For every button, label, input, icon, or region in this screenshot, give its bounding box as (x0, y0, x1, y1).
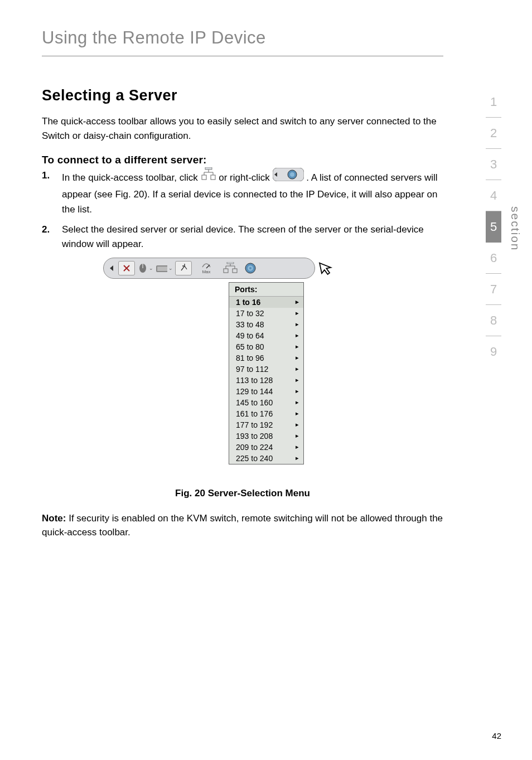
section-label: section (509, 206, 522, 251)
svg-line-18 (206, 265, 210, 268)
ports-range-label: 97 to 112 (236, 365, 268, 374)
ports-menu-item[interactable]: 161 to 176▸ (229, 408, 303, 419)
section-nav: 123456789 (484, 86, 503, 367)
ports-range-label: 65 to 80 (236, 342, 264, 351)
step-1-mid: or right-click (219, 172, 272, 183)
ports-menu-item[interactable]: 1 to 16▸ (229, 297, 303, 308)
ports-range-label: 209 to 224 (236, 443, 273, 452)
ports-menu-item[interactable]: 193 to 208▸ (229, 430, 303, 442)
max-label: Max (202, 269, 210, 274)
keyboard-button[interactable]: ⌄ (156, 261, 173, 275)
note-text: If security is enabled on the KVM switch… (42, 513, 443, 538)
ports-range-label: 129 to 144 (236, 387, 273, 396)
cursor-icon (317, 258, 337, 282)
svg-rect-6 (211, 175, 215, 180)
submenu-arrow-icon: ▸ (296, 332, 299, 339)
submenu-arrow-icon: ▸ (296, 454, 299, 462)
submenu-arrow-icon: ▸ (296, 388, 299, 395)
step-1-number: 1. (42, 168, 62, 183)
server-switch-button[interactable] (221, 261, 240, 275)
svg-rect-19 (227, 262, 234, 264)
refresh-button[interactable] (175, 261, 192, 275)
server-selection-menu: Ports: 1 to 16▸17 to 32▸33 to 48▸49 to 6… (229, 282, 304, 464)
ports-menu-item[interactable]: 145 to 160▸ (229, 397, 303, 408)
ports-range-label: 17 to 32 (236, 309, 264, 318)
submenu-arrow-icon: ▸ (296, 443, 299, 451)
step-2: 2. Select the desired server or serial d… (42, 222, 443, 252)
quick-access-toolbar: ⌄ ⌄ Max (103, 258, 315, 279)
note-paragraph: Note: If security is enabled on the KVM … (42, 511, 443, 540)
ports-menu-item[interactable]: 17 to 32▸ (229, 308, 303, 319)
ports-menu-item[interactable]: 33 to 48▸ (229, 319, 303, 330)
ports-menu-item[interactable]: 129 to 144▸ (229, 386, 303, 397)
ports-menu-item[interactable]: 49 to 64▸ (229, 330, 303, 341)
ports-range-label: 33 to 48 (236, 320, 264, 329)
step-2-number: 2. (42, 222, 62, 237)
ports-range-label: 49 to 64 (236, 331, 264, 340)
ports-range-label: 145 to 160 (236, 398, 273, 407)
submenu-arrow-icon: ▸ (296, 343, 299, 350)
figure-20: ⌄ ⌄ Max (42, 258, 443, 511)
figure-caption: Fig. 20 Server-Selection Menu (175, 488, 310, 499)
subsection-title: To connect to a different server: (42, 154, 443, 166)
submenu-arrow-icon: ▸ (296, 399, 299, 406)
step-2-text: Select the desired server or serial devi… (62, 222, 443, 252)
section-nav-item-9[interactable]: 9 (486, 336, 501, 367)
submenu-arrow-icon: ▸ (296, 421, 299, 428)
server-switch-icon (201, 167, 216, 186)
close-button[interactable] (118, 261, 135, 275)
ports-menu-item[interactable]: 177 to 192▸ (229, 419, 303, 430)
ports-menu-title: Ports: (229, 283, 303, 297)
page-number: 42 (492, 731, 501, 740)
note-label: Note: (42, 513, 66, 524)
section-nav-item-8[interactable]: 8 (486, 305, 501, 336)
ports-range-label: 225 to 240 (236, 454, 273, 463)
svg-point-28 (249, 267, 252, 269)
submenu-arrow-icon: ▸ (296, 309, 299, 317)
ports-menu-item[interactable]: 225 to 240▸ (229, 453, 303, 464)
ports-range-label: 1 to 16 (236, 298, 260, 307)
step-1: 1. In the quick-access toolbar, click or… (42, 168, 443, 217)
submenu-arrow-icon: ▸ (296, 354, 299, 361)
svg-rect-24 (224, 269, 228, 273)
svg-rect-25 (233, 269, 237, 273)
submenu-arrow-icon: ▸ (296, 365, 299, 372)
svg-rect-17 (157, 267, 167, 271)
ports-menu-item[interactable]: 81 to 96▸ (229, 352, 303, 364)
ports-range-label: 161 to 176 (236, 409, 273, 418)
settings-button[interactable] (242, 261, 259, 275)
svg-point-10 (290, 172, 294, 177)
toolbar-collapsed-icon (273, 168, 304, 186)
ports-range-label: 177 to 192 (236, 420, 273, 429)
ports-menu-item[interactable]: 113 to 128▸ (229, 375, 303, 386)
toolbar-collapse-button[interactable] (107, 261, 116, 275)
ports-menu-item[interactable]: 65 to 80▸ (229, 341, 303, 352)
section-nav-item-5[interactable]: 5 (486, 211, 501, 243)
section-nav-item-4[interactable]: 4 (486, 180, 501, 211)
intro-paragraph: The quick-access toolbar allows you to e… (42, 114, 443, 143)
svg-marker-11 (110, 265, 113, 271)
section-nav-item-3[interactable]: 3 (486, 149, 501, 180)
chapter-title: Using the Remote IP Device (42, 28, 443, 56)
svg-rect-0 (205, 167, 212, 170)
submenu-arrow-icon: ▸ (296, 298, 299, 306)
submenu-arrow-icon: ▸ (296, 376, 299, 384)
ports-range-label: 113 to 128 (236, 376, 273, 385)
ports-range-label: 193 to 208 (236, 432, 273, 440)
submenu-arrow-icon: ▸ (296, 432, 299, 439)
section-nav-item-1[interactable]: 1 (486, 86, 501, 118)
section-nav-item-2[interactable]: 2 (486, 118, 501, 149)
ports-menu-item[interactable]: 209 to 224▸ (229, 442, 303, 453)
svg-rect-5 (202, 175, 206, 180)
step-1-pre: In the quick-access toolbar, click (62, 172, 201, 183)
section-nav-item-7[interactable]: 7 (486, 274, 501, 305)
ports-menu-item[interactable]: 97 to 112▸ (229, 364, 303, 375)
submenu-arrow-icon: ▸ (296, 321, 299, 328)
submenu-arrow-icon: ▸ (296, 410, 299, 417)
section-title: Selecting a Server (42, 87, 443, 104)
max-button[interactable]: Max (194, 261, 219, 275)
mouse-button[interactable]: ⌄ (137, 261, 154, 275)
section-nav-item-6[interactable]: 6 (486, 243, 501, 274)
ports-range-label: 81 to 96 (236, 354, 264, 362)
